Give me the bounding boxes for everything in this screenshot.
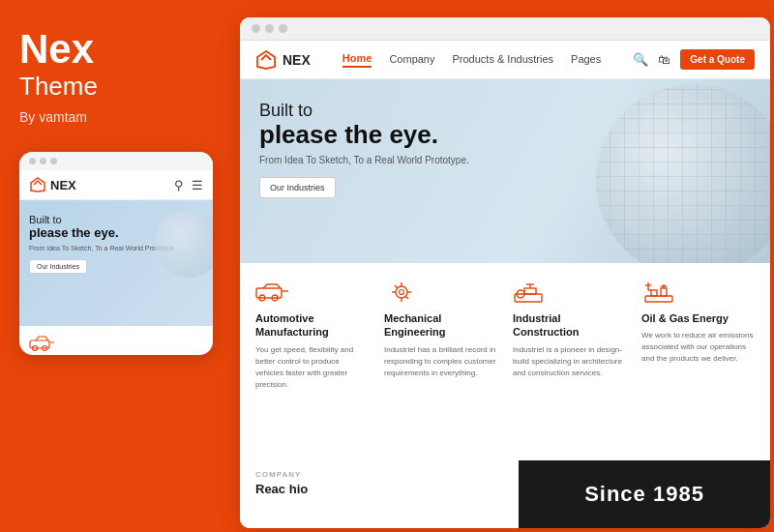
mobile-hero-sphere (155, 210, 213, 278)
browser-bottom: COMPANY Reac hio Since 1985 (240, 460, 770, 528)
svg-rect-24 (651, 290, 657, 296)
mobile-nav: NEX ⚲ ☰ (19, 170, 213, 200)
construction-desc: Industriel is a pioneer in design-build … (513, 344, 626, 379)
theme-subtitle: Theme (19, 72, 98, 102)
mobile-logo-text: NEX (50, 178, 76, 192)
mobile-dot-1 (29, 158, 36, 164)
mechanical-name: Mechanical Engineering (384, 311, 497, 340)
industry-card-construction: Industrial Construction Industriel is a … (513, 281, 626, 391)
oilgas-desc: We work to reduce air emissions associat… (641, 330, 755, 365)
mobile-logo: NEX (29, 176, 76, 193)
industry-card-mechanical: Mechanical Engineering Industriel has a … (384, 281, 497, 391)
get-quote-button[interactable]: Get a Quote (680, 49, 755, 70)
company-text: Reac hio (255, 482, 503, 496)
browser-nav-links: Home Company Products & Industries Pages (342, 52, 601, 68)
since-badge: Since 1985 (584, 482, 704, 507)
hero-title-line2: please the eye. (259, 121, 469, 149)
company-section: COMPANY Reac hio (240, 460, 519, 528)
mobile-dot-2 (40, 158, 46, 164)
svg-marker-5 (257, 51, 275, 69)
mobile-hero-btn[interactable]: Our Industries (29, 259, 87, 274)
svg-rect-20 (524, 288, 536, 294)
browser-hero-content: Built to please the eye. From Idea To Sk… (259, 101, 469, 198)
nav-link-company[interactable]: Company (389, 53, 434, 67)
browser-dot-3 (279, 24, 287, 33)
svg-rect-23 (645, 296, 672, 302)
browser-search-icon[interactable]: 🔍 (633, 52, 648, 67)
browser-cart-icon[interactable]: 🛍 (658, 52, 670, 67)
since-section: Since 1985 (519, 460, 770, 528)
browser-nav: NEX Home Company Products & Industries P… (240, 41, 770, 79)
industries-section: Automotive Manufacturing You get speed, … (240, 263, 770, 402)
svg-point-11 (400, 290, 404, 295)
construction-icon (513, 281, 548, 304)
nav-link-pages[interactable]: Pages (571, 53, 601, 67)
mobile-mockup: NEX ⚲ ☰ Built to please the eye. From Id… (19, 152, 213, 355)
hero-sphere (596, 84, 770, 263)
browser-dot-2 (265, 24, 274, 33)
browser-top-bar (240, 17, 770, 41)
mobile-search-icon[interactable]: ⚲ (174, 178, 184, 192)
browser-logo: NEX (255, 49, 311, 71)
hero-cta-button[interactable]: Our Industries (259, 177, 336, 198)
mechanical-icon (384, 281, 419, 304)
mobile-menu-icon[interactable]: ☰ (192, 178, 203, 192)
svg-line-17 (405, 296, 408, 299)
mechanical-desc: Industriel has a brilliant record in res… (384, 344, 497, 379)
hero-subtitle: From Idea To Sketch, To a Real World Pro… (259, 155, 469, 165)
browser-logo-text: NEX (283, 52, 311, 68)
construction-name: Industrial Construction (513, 311, 626, 340)
left-panel: Nex Theme By vamtam NEX ⚲ ☰ (0, 0, 232, 532)
hero-title-line1: Built to (259, 101, 469, 121)
svg-line-16 (395, 285, 398, 288)
oilgas-icon (641, 281, 676, 304)
browser-mockup: NEX Home Company Products & Industries P… (240, 17, 770, 528)
automotive-name: Automotive Manufacturing (255, 311, 369, 340)
company-label: COMPANY (255, 470, 503, 479)
nav-link-home[interactable]: Home (342, 52, 372, 68)
automotive-desc: You get speed, flexibility and better co… (255, 344, 369, 391)
industry-card-automotive: Automotive Manufacturing You get speed, … (255, 281, 369, 391)
mobile-industry-strip (19, 326, 213, 355)
mobile-top-bar (19, 152, 213, 170)
svg-rect-25 (661, 288, 667, 296)
browser-hero: Built to please the eye. From Idea To Sk… (240, 79, 770, 263)
browser-nav-right: 🔍 🛍 Get a Quote (633, 49, 755, 70)
mobile-logo-icon (29, 176, 46, 193)
automotive-icon (255, 281, 290, 304)
industry-card-oilgas: Oil & Gas Energy We work to reduce air e… (641, 281, 755, 391)
oilgas-name: Oil & Gas Energy (641, 311, 755, 325)
theme-author: By vamtam (19, 109, 87, 125)
mobile-automotive-icon (29, 334, 56, 351)
browser-logo-icon (255, 49, 277, 71)
mobile-nav-icons: ⚲ ☰ (174, 178, 203, 192)
mobile-dot-3 (50, 158, 57, 164)
browser-dot-1 (252, 24, 260, 33)
theme-title: Nex (19, 29, 94, 70)
mobile-hero: Built to please the eye. From Idea To Sk… (19, 200, 213, 326)
nav-link-products[interactable]: Products & Industries (452, 53, 553, 67)
